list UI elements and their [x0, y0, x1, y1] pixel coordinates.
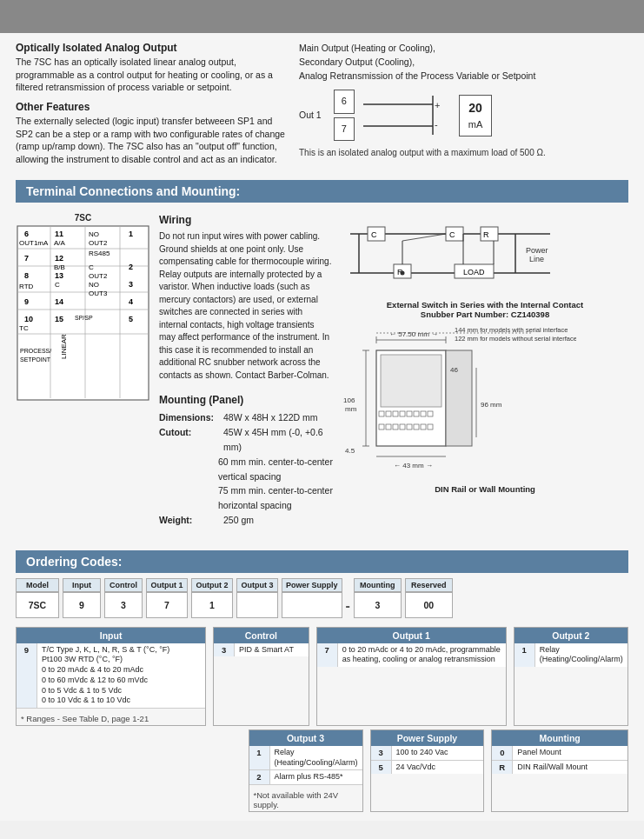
ordering-header: Ordering Codes: — [16, 550, 628, 573]
terminal-7: 7 — [334, 117, 355, 142]
output3-code-2: 2 — [249, 770, 270, 784]
ordering-main-row: Model 7SC Input 9 Control 3 Outp — [16, 578, 628, 618]
input-detail-block: Input 9 T/C Type J, K, L, N, R, S & T (°… — [16, 627, 206, 726]
terminal-section-header: Terminal Connections and Mounting: — [16, 180, 628, 203]
cutout-val2: 60 mm min. center-to-center vertical spa… — [159, 455, 333, 484]
wiring-text: Wiring Do not run input wires with power… — [159, 213, 333, 528]
dim-val: 48W x 48H x 122D mm — [223, 410, 318, 425]
output3-desc-1: Relay (Heating/Cooling/Alarm) — [270, 746, 362, 769]
current-val: 20 — [468, 99, 483, 117]
spacer-input — [16, 729, 242, 812]
svg-text:LINEAR: LINEAR — [60, 334, 68, 359]
analog-output-info: Main Output (Heating or Cooling), Second… — [299, 42, 628, 159]
control-detail-row: 3 PID & Smart AT — [214, 643, 309, 657]
output1-detail-row: 7 0 to 20 mAdc or 4 to 20 mAdc, programm… — [317, 643, 506, 667]
order-header-output3: Output 3 — [236, 578, 278, 592]
svg-line-63 — [402, 234, 446, 241]
svg-text:NO: NO — [89, 281, 99, 289]
order-header-power: Power Supply — [282, 578, 342, 592]
svg-text:RS485: RS485 — [89, 250, 110, 257]
svg-text:C: C — [89, 263, 94, 271]
top-banner — [0, 0, 644, 33]
order-val-output1: 7 — [146, 592, 188, 618]
input-note: * Ranges - See Table D, page 1-21 — [17, 712, 205, 725]
svg-text:144 mm for models with serial : 144 mm for models with serial interface — [455, 326, 568, 334]
output2-detail-block: Output 2 1 Relay (Heating/Cooling/Alarm) — [514, 627, 628, 726]
svg-text:6: 6 — [24, 230, 29, 238]
input-code-9: 9 — [17, 643, 37, 708]
order-col-reserved: Reserved 00 — [405, 578, 453, 618]
cutout-val3: 75 mm min. center-to-center horizontal s… — [159, 483, 333, 513]
ordering-table-wrapper: Model 7SC Input 9 Control 3 Outp — [16, 578, 628, 623]
control-detail-block: Control 3 PID & Smart AT — [213, 627, 309, 726]
mounting-detail-row-0: 0 Panel Mount — [492, 746, 627, 761]
svg-text:OUT2: OUT2 — [89, 239, 108, 247]
dim-label: Dimensions: — [159, 410, 218, 425]
wiring-title: Wiring — [159, 213, 333, 228]
output3-detail-row-2: 2 Alarm plus RS-485* — [249, 770, 362, 785]
svg-text:-: - — [435, 119, 438, 130]
order-header-control: Control — [104, 578, 143, 592]
svg-text:A/A: A/A — [54, 239, 66, 247]
snubber-circuit-svg: Power Line C C R R LOAD — [342, 216, 568, 295]
order-header-output1: Output 1 — [146, 578, 188, 592]
terminal-6: 6 — [334, 90, 355, 114]
order-val-control: 3 — [104, 592, 143, 618]
power-desc-3: 100 to 240 Vac — [392, 746, 453, 760]
features-body: The externally selected (logic input) tr… — [16, 115, 285, 166]
mounting-desc-0: Panel Mount — [513, 746, 566, 760]
cutout-label: Cutout: — [159, 425, 218, 455]
din-dimension-svg: ← 57.50 mm → 144 mm for models with seri… — [342, 324, 576, 481]
order-val-output3 — [236, 592, 278, 618]
svg-point-66 — [401, 270, 405, 275]
output3-desc-2: Alarm plus RS-485* — [270, 770, 348, 784]
svg-text:Power: Power — [526, 246, 548, 255]
svg-text:2: 2 — [129, 263, 133, 271]
svg-text:← 57.50 mm →: ← 57.50 mm → — [389, 330, 438, 338]
svg-text:TC: TC — [19, 324, 29, 332]
cutout-row: Cutout: 45W x 45H mm (-0, +0.6 mm) — [159, 425, 333, 455]
power-detail-header: Power Supply — [371, 730, 484, 746]
order-val-mounting: 3 — [354, 592, 402, 618]
power-desc-5: 24 Vac/Vdc — [392, 761, 440, 775]
svg-text:OUT1mA: OUT1mA — [19, 239, 49, 247]
current-value-box: 20 mA — [459, 95, 493, 137]
output2-code-1: 1 — [515, 643, 535, 667]
control-code-3: 3 — [214, 643, 235, 657]
input-desc-9: T/C Type J, K, L, N, R, S & T (°C, °F) P… — [37, 643, 174, 708]
control-desc-3: PID & Smart AT — [235, 643, 298, 657]
order-col-output3: Output 3 — [236, 578, 278, 618]
order-col-control: Control 3 — [104, 578, 143, 618]
svg-text:4: 4 — [129, 297, 133, 306]
svg-text:12: 12 — [55, 254, 63, 263]
snubber-label-text: External Switch in Series with the Inter… — [342, 300, 628, 310]
svg-text:B/B: B/B — [54, 263, 65, 271]
analog-note: This is an isolated analog output with a… — [299, 146, 628, 159]
top-section: Optically Isolated Analog Output The 7SC… — [16, 42, 628, 173]
device-label: 7SC — [16, 213, 150, 223]
circuit-diagram-simple: + - — [363, 91, 450, 139]
terminal-section-body: 7SC 6 OUT1mA 7 8 RTD 9 — [16, 208, 628, 533]
svg-rect-5 — [17, 226, 149, 400]
right-title1: Main Output (Heating or Cooling), — [299, 42, 628, 56]
output3-code-1: 1 — [249, 746, 270, 769]
control-detail-header: Control — [214, 628, 309, 643]
order-header-model: Model — [16, 578, 59, 592]
mounting-detail-block: Mounting 0 Panel Mount R DIN Rail/Wall M… — [491, 729, 628, 812]
order-header-reserved: Reserved — [405, 578, 453, 592]
weight-val: 250 gm — [223, 513, 254, 528]
output2-detail-header: Output 2 — [515, 628, 627, 643]
svg-text:NO: NO — [89, 230, 99, 238]
order-val-model: 7SC — [16, 592, 59, 618]
svg-text:46: 46 — [450, 366, 458, 374]
order-col-input: Input 9 — [63, 578, 101, 618]
detail-tables-row2: Output 3 1 Relay (Heating/Cooling/Alarm)… — [16, 729, 628, 812]
order-col-mounting: Mounting 3 — [354, 578, 402, 618]
output1-detail-header: Output 1 — [317, 628, 506, 643]
output2-detail-row: 1 Relay (Heating/Cooling/Alarm) — [515, 643, 627, 667]
dash-separator: - — [342, 578, 354, 618]
cutout-val: 45W x 45H mm (-0, +0.6 mm) — [223, 425, 333, 455]
content-area: Optically Isolated Analog Output The 7SC… — [0, 33, 644, 538]
features-title: Other Features — [16, 101, 285, 113]
svg-rect-68 — [381, 355, 442, 407]
